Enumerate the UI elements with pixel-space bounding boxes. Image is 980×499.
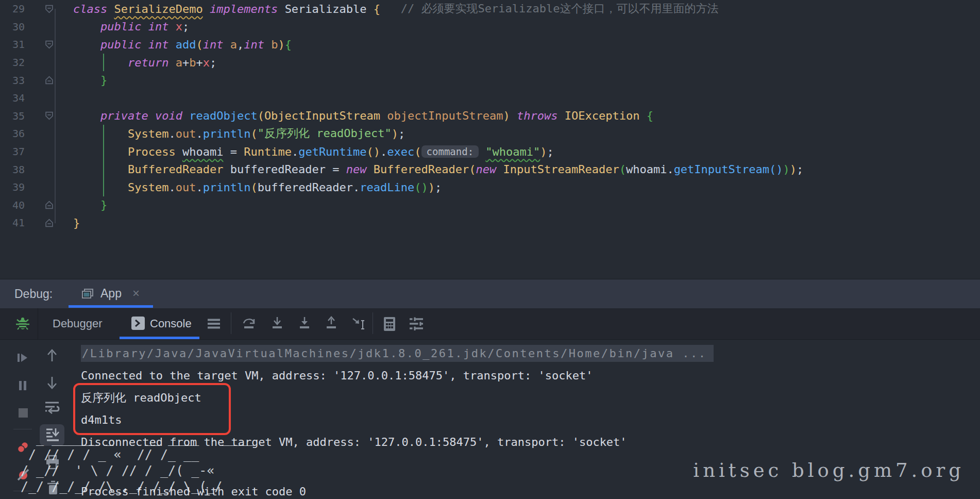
toolbar-separator <box>231 312 231 334</box>
code-token <box>73 109 100 122</box>
code-line[interactable]: 34 <box>0 89 980 107</box>
code-token: ( <box>414 145 421 158</box>
line-number: 40 <box>0 199 25 211</box>
code-editor[interactable]: 29class SerializeDemo implements Seriali… <box>0 0 980 279</box>
code-token: System <box>128 181 168 194</box>
code-token: whoami <box>182 145 223 158</box>
layout-settings-icon[interactable] <box>409 317 424 333</box>
tab-app[interactable]: App × <box>69 279 153 308</box>
fold-marker-icon[interactable] <box>25 201 73 209</box>
code-line[interactable]: 36 System.out.println("反序列化 readObject")… <box>0 125 980 143</box>
ascii-watermark-row: / _// ' \ / // / _/( _-« <box>21 462 254 478</box>
code-line[interactable]: 31 public int add(int a,int b){ <box>0 36 980 54</box>
code-token: Process <box>128 145 176 158</box>
app-run-config-icon <box>81 288 94 302</box>
code-token: whoami. <box>626 163 674 176</box>
code-token <box>639 109 646 122</box>
code-token: } <box>100 74 107 87</box>
code-token: + <box>196 56 202 69</box>
ascii-watermark-row: / // / / _ « // /_ __ <box>21 446 254 462</box>
code-token: b <box>189 56 196 69</box>
fold-marker-icon[interactable] <box>25 5 73 13</box>
code-token: println <box>203 181 251 194</box>
toolbar-separator <box>373 312 373 334</box>
ascii-watermark-row: _ ______ _ __ ____ ____ <box>21 430 254 446</box>
code-token: class <box>73 3 114 15</box>
code-token: BufferedReader <box>128 163 223 176</box>
code-token: . <box>196 127 202 140</box>
code-token: ) <box>278 38 284 51</box>
evaluate-expression-icon[interactable] <box>383 317 396 334</box>
code-line[interactable]: 39 System.out.println(bufferedReader.rea… <box>0 178 980 196</box>
code-token: . <box>168 181 175 194</box>
code-token: public int <box>100 20 176 33</box>
line-number: 30 <box>0 21 25 33</box>
code-token: ) <box>503 109 510 122</box>
force-step-into-icon[interactable] <box>298 317 311 333</box>
code-token: implements <box>203 3 285 15</box>
scroll-up-icon[interactable] <box>46 349 58 364</box>
code-token: exec <box>387 145 414 158</box>
code-token: ; <box>182 20 189 33</box>
code-token: ( <box>250 181 257 194</box>
code-line[interactable]: 41} <box>0 214 980 232</box>
step-into-icon[interactable] <box>271 317 284 333</box>
code-token: ; <box>435 181 442 194</box>
code-token <box>479 145 485 158</box>
scroll-down-icon[interactable] <box>46 376 58 391</box>
code-token: SerializeDemo <box>114 3 202 15</box>
code-line[interactable]: 30 public int x; <box>0 18 980 36</box>
code-token <box>73 56 128 69</box>
code-line[interactable]: 35 private void readObject(ObjectInputSt… <box>0 107 980 125</box>
soft-wrap-icon[interactable] <box>44 401 60 417</box>
code-token: b <box>271 38 278 51</box>
code-token: ) <box>392 127 398 140</box>
code-token: . <box>196 181 202 194</box>
code-line[interactable]: 38 BufferedReader bufferedReader = new B… <box>0 160 980 178</box>
code-token: readObject <box>189 109 257 122</box>
code-token <box>557 109 564 122</box>
code-token: objectInputStream <box>387 109 503 122</box>
code-line[interactable]: 37 Process whoami = Runtime.getRuntime()… <box>0 143 980 161</box>
code-token: int <box>244 38 271 51</box>
resume-icon[interactable] <box>16 352 29 365</box>
code-line[interactable]: 29class SerializeDemo implements Seriali… <box>0 0 980 18</box>
tab-debugger[interactable]: Debugger <box>53 317 103 330</box>
code-line[interactable]: 33 } <box>0 71 980 89</box>
step-out-icon[interactable] <box>325 317 338 333</box>
fold-marker-icon[interactable] <box>25 76 73 85</box>
code-line[interactable]: 32 return a+b+x; <box>0 54 980 72</box>
run-to-cursor-icon[interactable] <box>352 317 367 333</box>
code-token <box>73 198 100 211</box>
code-token: . <box>168 127 175 140</box>
fold-marker-icon[interactable] <box>25 111 73 120</box>
code-token: new <box>346 163 374 176</box>
fold-marker-icon[interactable] <box>25 40 73 49</box>
step-over-icon[interactable] <box>242 317 256 333</box>
code-token <box>73 38 100 51</box>
code-token: out <box>176 127 196 140</box>
blog-watermark: initsec blog.gm7.org <box>693 459 965 481</box>
layout-options-icon[interactable] <box>207 319 221 331</box>
code-token: private void <box>100 109 189 122</box>
tab-console[interactable]: Console <box>150 317 192 330</box>
code-token: "反序列化 readObject" <box>258 126 392 141</box>
line-number: 39 <box>0 181 25 193</box>
stop-icon[interactable] <box>18 408 28 420</box>
code-token: int <box>203 38 230 51</box>
code-token: ) <box>428 181 435 194</box>
highlight-annotation-box <box>73 383 231 435</box>
code-token: BufferedReader <box>374 163 469 176</box>
close-icon[interactable]: × <box>132 286 140 301</box>
code-line[interactable]: 40 } <box>0 196 980 214</box>
code-token: ; <box>398 127 405 140</box>
code-token: getRuntime <box>298 145 366 158</box>
pause-icon[interactable] <box>18 380 28 393</box>
debug-label: Debug: <box>14 287 53 301</box>
line-number: 29 <box>0 3 25 15</box>
code-token: ( <box>258 109 264 122</box>
toolbar-separator <box>13 429 32 429</box>
fold-marker-icon[interactable] <box>25 219 73 227</box>
code-token <box>73 74 100 87</box>
tab-app-label: App <box>100 287 122 301</box>
